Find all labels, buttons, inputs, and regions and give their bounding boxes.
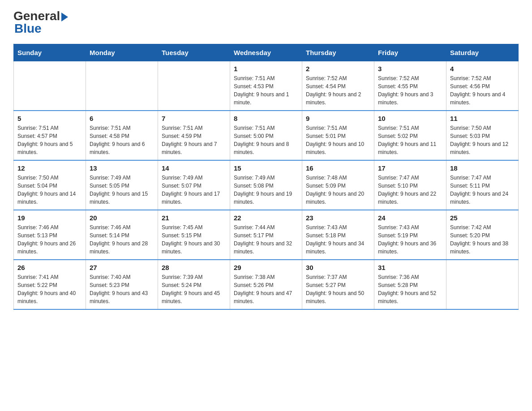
day-cell: 27Sunrise: 7:40 AMSunset: 5:23 PMDayligh… (86, 260, 158, 309)
logo-blue-text: Blue (14, 21, 42, 36)
day-cell: 25Sunrise: 7:42 AMSunset: 5:20 PMDayligh… (446, 210, 519, 260)
day-info: Sunrise: 7:52 AMSunset: 4:56 PMDaylight:… (450, 74, 515, 107)
logo-arrow-icon (61, 13, 68, 21)
day-info: Sunrise: 7:49 AMSunset: 5:05 PMDaylight:… (90, 174, 154, 206)
header-wednesday: Wednesday (230, 44, 302, 61)
day-cell: 19Sunrise: 7:46 AMSunset: 5:13 PMDayligh… (14, 210, 86, 260)
day-cell (158, 61, 230, 111)
day-info: Sunrise: 7:51 AMSunset: 4:53 PMDaylight:… (234, 74, 298, 107)
header-monday: Monday (86, 44, 158, 61)
day-number: 14 (162, 164, 226, 172)
day-cell: 6Sunrise: 7:51 AMSunset: 4:58 PMDaylight… (86, 111, 158, 160)
day-cell (14, 61, 86, 111)
day-number: 13 (90, 164, 154, 172)
day-number: 28 (162, 264, 226, 271)
day-info: Sunrise: 7:39 AMSunset: 5:24 PMDaylight:… (162, 273, 226, 305)
day-cell: 21Sunrise: 7:45 AMSunset: 5:15 PMDayligh… (158, 210, 230, 260)
day-info: Sunrise: 7:43 AMSunset: 5:18 PMDaylight:… (306, 223, 370, 256)
day-number: 11 (450, 115, 515, 122)
day-cell: 14Sunrise: 7:49 AMSunset: 5:07 PMDayligh… (158, 160, 230, 210)
week-row-3: 12Sunrise: 7:50 AMSunset: 5:04 PMDayligh… (14, 160, 519, 210)
day-cell: 7Sunrise: 7:51 AMSunset: 4:59 PMDaylight… (158, 111, 230, 160)
day-cell: 13Sunrise: 7:49 AMSunset: 5:05 PMDayligh… (86, 160, 158, 210)
day-number: 26 (17, 264, 82, 271)
day-number: 31 (378, 264, 442, 271)
day-cell: 4Sunrise: 7:52 AMSunset: 4:56 PMDaylight… (446, 61, 519, 111)
day-number: 27 (90, 264, 154, 271)
day-info: Sunrise: 7:44 AMSunset: 5:17 PMDaylight:… (234, 223, 298, 256)
day-info: Sunrise: 7:51 AMSunset: 5:02 PMDaylight:… (378, 124, 442, 156)
day-number: 4 (450, 65, 515, 73)
header-row: Sunday Monday Tuesday Wednesday Thursday… (14, 44, 519, 61)
day-info: Sunrise: 7:50 AMSunset: 5:04 PMDaylight:… (17, 174, 82, 206)
day-number: 22 (234, 214, 298, 222)
day-cell (446, 260, 519, 309)
page-header: General Blue (13, 9, 519, 36)
day-cell: 10Sunrise: 7:51 AMSunset: 5:02 PMDayligh… (374, 111, 446, 160)
day-info: Sunrise: 7:51 AMSunset: 5:00 PMDaylight:… (234, 124, 298, 156)
day-info: Sunrise: 7:46 AMSunset: 5:13 PMDaylight:… (17, 223, 82, 256)
day-info: Sunrise: 7:41 AMSunset: 5:22 PMDaylight:… (17, 273, 82, 305)
day-cell: 28Sunrise: 7:39 AMSunset: 5:24 PMDayligh… (158, 260, 230, 309)
day-number: 23 (306, 214, 370, 222)
day-cell: 16Sunrise: 7:48 AMSunset: 5:09 PMDayligh… (302, 160, 374, 210)
day-number: 20 (90, 214, 154, 222)
day-number: 1 (234, 65, 298, 73)
day-info: Sunrise: 7:52 AMSunset: 4:55 PMDaylight:… (378, 74, 442, 107)
day-info: Sunrise: 7:52 AMSunset: 4:54 PMDaylight:… (306, 74, 370, 107)
day-number: 16 (306, 164, 370, 172)
day-number: 6 (90, 115, 154, 122)
day-info: Sunrise: 7:48 AMSunset: 5:09 PMDaylight:… (306, 174, 370, 206)
day-cell: 22Sunrise: 7:44 AMSunset: 5:17 PMDayligh… (230, 210, 302, 260)
day-info: Sunrise: 7:43 AMSunset: 5:19 PMDaylight:… (378, 223, 442, 256)
week-row-5: 26Sunrise: 7:41 AMSunset: 5:22 PMDayligh… (14, 260, 519, 309)
day-number: 3 (378, 65, 442, 73)
day-cell: 31Sunrise: 7:36 AMSunset: 5:28 PMDayligh… (374, 260, 446, 309)
day-number: 18 (450, 164, 515, 172)
day-cell: 11Sunrise: 7:50 AMSunset: 5:03 PMDayligh… (446, 111, 519, 160)
day-number: 8 (234, 115, 298, 122)
day-number: 19 (17, 214, 82, 222)
day-info: Sunrise: 7:46 AMSunset: 5:14 PMDaylight:… (90, 223, 154, 256)
day-info: Sunrise: 7:37 AMSunset: 5:27 PMDaylight:… (306, 273, 370, 305)
day-number: 30 (306, 264, 370, 271)
day-number: 17 (378, 164, 442, 172)
day-info: Sunrise: 7:45 AMSunset: 5:15 PMDaylight:… (162, 223, 226, 256)
header-tuesday: Tuesday (158, 44, 230, 61)
day-cell: 30Sunrise: 7:37 AMSunset: 5:27 PMDayligh… (302, 260, 374, 309)
day-info: Sunrise: 7:49 AMSunset: 5:07 PMDaylight:… (162, 174, 226, 206)
day-number: 9 (306, 115, 370, 122)
day-number: 2 (306, 65, 370, 73)
day-info: Sunrise: 7:40 AMSunset: 5:23 PMDaylight:… (90, 273, 154, 305)
day-cell: 24Sunrise: 7:43 AMSunset: 5:19 PMDayligh… (374, 210, 446, 260)
day-number: 15 (234, 164, 298, 172)
day-info: Sunrise: 7:47 AMSunset: 5:11 PMDaylight:… (450, 174, 515, 206)
day-info: Sunrise: 7:51 AMSunset: 4:59 PMDaylight:… (162, 124, 226, 156)
day-info: Sunrise: 7:51 AMSunset: 5:01 PMDaylight:… (306, 124, 370, 156)
day-cell: 20Sunrise: 7:46 AMSunset: 5:14 PMDayligh… (86, 210, 158, 260)
day-cell: 26Sunrise: 7:41 AMSunset: 5:22 PMDayligh… (14, 260, 86, 309)
day-cell: 17Sunrise: 7:47 AMSunset: 5:10 PMDayligh… (374, 160, 446, 210)
header-sunday: Sunday (14, 44, 86, 61)
day-number: 25 (450, 214, 515, 222)
day-number: 29 (234, 264, 298, 271)
header-thursday: Thursday (302, 44, 374, 61)
day-number: 7 (162, 115, 226, 122)
day-number: 12 (17, 164, 82, 172)
day-cell: 23Sunrise: 7:43 AMSunset: 5:18 PMDayligh… (302, 210, 374, 260)
day-info: Sunrise: 7:36 AMSunset: 5:28 PMDaylight:… (378, 273, 442, 305)
day-info: Sunrise: 7:50 AMSunset: 5:03 PMDaylight:… (450, 124, 515, 156)
day-info: Sunrise: 7:51 AMSunset: 4:57 PMDaylight:… (17, 124, 82, 156)
day-cell: 8Sunrise: 7:51 AMSunset: 5:00 PMDaylight… (230, 111, 302, 160)
day-cell: 1Sunrise: 7:51 AMSunset: 4:53 PMDaylight… (230, 61, 302, 111)
day-info: Sunrise: 7:51 AMSunset: 4:58 PMDaylight:… (90, 124, 154, 156)
day-number: 10 (378, 115, 442, 122)
day-number: 21 (162, 214, 226, 222)
day-number: 5 (17, 115, 82, 122)
day-info: Sunrise: 7:47 AMSunset: 5:10 PMDaylight:… (378, 174, 442, 206)
week-row-2: 5Sunrise: 7:51 AMSunset: 4:57 PMDaylight… (14, 111, 519, 160)
day-info: Sunrise: 7:42 AMSunset: 5:20 PMDaylight:… (450, 223, 515, 256)
day-cell: 12Sunrise: 7:50 AMSunset: 5:04 PMDayligh… (14, 160, 86, 210)
week-row-4: 19Sunrise: 7:46 AMSunset: 5:13 PMDayligh… (14, 210, 519, 260)
week-row-1: 1Sunrise: 7:51 AMSunset: 4:53 PMDaylight… (14, 61, 519, 111)
